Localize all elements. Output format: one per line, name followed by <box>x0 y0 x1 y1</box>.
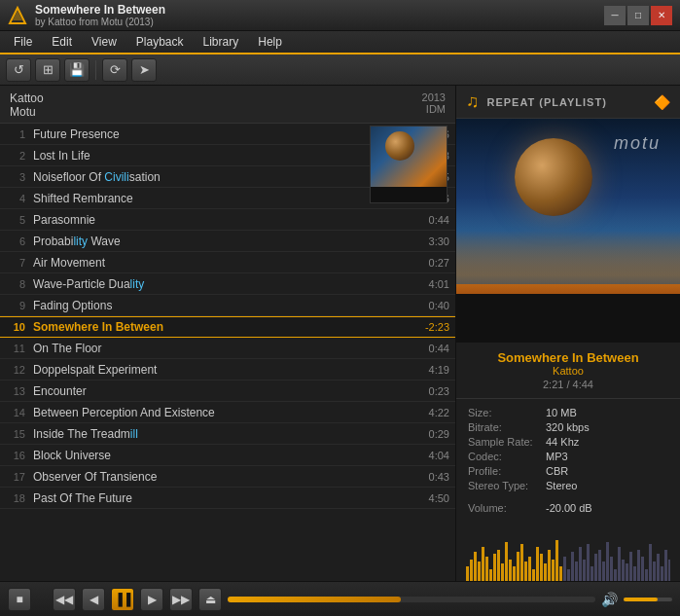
track-row[interactable]: 9Fading Options0:40 <box>0 295 455 316</box>
track-number: 5 <box>6 214 25 226</box>
track-number: 14 <box>6 407 25 418</box>
bitrate-value: 320 kbps <box>546 421 590 433</box>
svg-rect-27 <box>501 563 504 581</box>
profile-label: Profile: <box>468 465 546 477</box>
track-name: Fading Options <box>33 299 421 312</box>
svg-rect-12 <box>594 306 607 343</box>
svg-rect-54 <box>606 542 609 581</box>
track-number: 13 <box>6 385 25 397</box>
track-row[interactable]: 15Inside The Treadmill0:29 <box>0 423 455 445</box>
maximize-button[interactable]: □ <box>627 6 649 25</box>
album-art-large: motu <box>456 119 680 343</box>
toolbar-arrow[interactable]: ➤ <box>131 58 157 82</box>
track-row[interactable]: 12Doppelspalt Experiment4:19 <box>0 359 455 380</box>
svg-rect-11 <box>583 318 591 343</box>
codec-label: Codec: <box>468 451 546 462</box>
track-time: 4:22 <box>429 407 449 418</box>
playlist-album: Motu <box>10 105 422 119</box>
toolbar-separator-1 <box>95 60 96 80</box>
codec-value: MP3 <box>546 451 568 462</box>
svg-rect-53 <box>602 562 605 581</box>
track-row[interactable]: 6Probability Wave3:30 <box>0 231 455 252</box>
svg-rect-29 <box>509 560 512 581</box>
menu-playback[interactable]: Playback <box>126 32 194 52</box>
track-number: 2 <box>6 150 25 162</box>
track-row[interactable]: 5Parasomnie0:44 <box>0 209 455 231</box>
track-row[interactable]: 8Wave-Particle Duality4:01 <box>0 273 455 295</box>
track-number: 1 <box>6 128 25 140</box>
title-text-group: Somewhere In Between by Kattoo from Motu… <box>35 3 604 27</box>
track-name: Lost In Life <box>33 149 421 163</box>
track-number: 9 <box>6 300 25 311</box>
eject-button[interactable]: ⏏ <box>198 588 222 611</box>
track-row[interactable]: 16Block Universe4:04 <box>0 445 455 466</box>
svg-rect-57 <box>618 547 621 581</box>
menu-file[interactable]: File <box>4 32 42 52</box>
menu-edit[interactable]: Edit <box>42 32 82 52</box>
playlist-meta: 2013 IDM <box>422 91 446 115</box>
info-volume-row: Volume: -20.00 dB <box>468 502 668 514</box>
track-row[interactable]: 13Encounter0:23 <box>0 380 455 402</box>
toolbar-refresh[interactable]: ↺ <box>6 58 31 82</box>
track-time: 4:19 <box>429 364 449 376</box>
track-name: Shifted Rembrance <box>33 192 421 205</box>
menu-help[interactable]: Help <box>248 32 292 52</box>
svg-rect-13 <box>612 321 620 343</box>
track-row[interactable]: 7Air Movement0:27 <box>0 252 455 273</box>
progress-bar[interactable] <box>228 597 595 602</box>
toolbar-refresh2[interactable]: ⟳ <box>102 58 127 82</box>
window-controls: ─ □ ✕ <box>604 6 672 25</box>
forward-button[interactable]: ▶ <box>140 588 163 611</box>
pin-icon[interactable]: 🔶 <box>654 94 670 110</box>
track-number: 18 <box>6 492 25 504</box>
next-button[interactable]: ▶▶ <box>169 588 193 611</box>
svg-rect-37 <box>540 554 543 581</box>
track-row[interactable]: 17Observer Of Transience0:43 <box>0 466 455 488</box>
track-row[interactable]: 10Somewhere In Between-2:23 <box>0 316 455 338</box>
svg-rect-42 <box>559 566 562 581</box>
volume-slider[interactable] <box>624 598 672 601</box>
menu-library[interactable]: Library <box>194 32 249 52</box>
svg-rect-36 <box>536 547 539 581</box>
svg-rect-50 <box>591 566 593 581</box>
prev-button[interactable]: ◀◀ <box>53 588 76 611</box>
svg-rect-52 <box>598 550 601 581</box>
info-codec-row: Codec: MP3 <box>468 451 668 462</box>
svg-rect-10 <box>567 311 578 343</box>
svg-rect-15 <box>637 309 649 343</box>
svg-rect-43 <box>563 557 566 581</box>
toolbar-save[interactable]: 💾 <box>64 58 89 82</box>
volume-icon[interactable]: 🔊 <box>601 592 618 607</box>
svg-rect-55 <box>610 557 613 581</box>
track-time: 0:40 <box>429 300 449 311</box>
rewind-button[interactable]: ◀ <box>82 588 105 611</box>
toolbar: ↺ ⊞ 💾 ⟳ ➤ <box>0 54 680 86</box>
info-bitrate-row: Bitrate: 320 kbps <box>468 421 668 433</box>
svg-rect-19 <box>470 560 473 581</box>
svg-rect-66 <box>653 562 656 581</box>
track-row[interactable]: 11On The Floor0:44 <box>0 338 455 359</box>
svg-rect-38 <box>544 563 547 581</box>
size-value: 10 MB <box>546 407 577 418</box>
svg-rect-65 <box>649 544 652 581</box>
svg-rect-61 <box>633 566 636 581</box>
stop-button[interactable]: ■ <box>8 588 31 611</box>
track-name: Air Movement <box>33 256 421 270</box>
track-row[interactable]: 18Past Of The Future4:50 <box>0 488 455 509</box>
title-bar: Somewhere In Between by Kattoo from Motu… <box>0 0 680 31</box>
svg-rect-64 <box>645 569 648 581</box>
svg-rect-58 <box>622 560 625 581</box>
window-subtitle: by Kattoo from Motu (2013) <box>35 17 604 27</box>
svg-rect-14 <box>624 313 633 343</box>
menu-view[interactable]: View <box>82 32 126 52</box>
track-number: 12 <box>6 364 25 376</box>
track-row[interactable]: 14Between Perception And Existence4:22 <box>0 402 455 423</box>
minimize-button[interactable]: ─ <box>604 6 626 25</box>
volume-fill <box>624 598 658 601</box>
close-button[interactable]: ✕ <box>651 6 672 25</box>
toolbar-copy[interactable]: ⊞ <box>35 58 60 82</box>
svg-rect-9 <box>556 325 563 343</box>
thumb-city <box>371 187 447 203</box>
pause-button[interactable]: ▐▐ <box>111 588 134 611</box>
svg-rect-63 <box>641 557 644 581</box>
